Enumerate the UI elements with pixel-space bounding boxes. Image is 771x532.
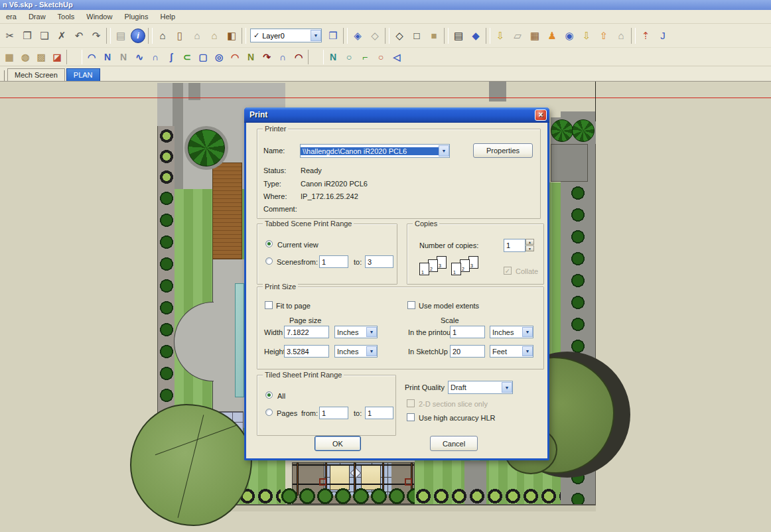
sketchup-input[interactable] xyxy=(450,345,485,358)
get-current-view-icon[interactable]: ⇩ xyxy=(492,27,509,44)
view-top-icon[interactable]: ▯ xyxy=(171,27,188,44)
spin-down-icon[interactable]: ▼ xyxy=(526,245,534,251)
copies-input[interactable] xyxy=(504,239,526,252)
close-icon[interactable]: × xyxy=(535,109,547,121)
bezier-cloud-icon[interactable]: ∿ xyxy=(131,50,147,64)
scene-tab[interactable]: Mech Screen xyxy=(7,68,65,81)
menu-item[interactable]: Tools xyxy=(52,11,81,23)
layer-dropdown[interactable]: ✓ Layer0 ▼ xyxy=(250,29,322,42)
printer-name-dropdown[interactable]: \\hallengdc\Canon iR2020 PCL6 ▼ xyxy=(300,144,450,158)
chevron-down-icon[interactable]: ▼ xyxy=(502,382,512,393)
height-unit-dropdown[interactable]: Inches ▼ xyxy=(334,345,378,358)
spin-up-icon[interactable]: ▲ xyxy=(526,239,534,245)
polygon-dotted-icon[interactable]: ○ xyxy=(341,50,357,64)
cut-icon[interactable]: ✂ xyxy=(1,27,19,44)
toggle-terrain-icon[interactable]: ▱ xyxy=(509,27,526,44)
print-quality-dropdown[interactable]: Draft ▼ xyxy=(448,381,513,394)
export-model-icon[interactable]: ⇩ xyxy=(578,27,595,44)
terrain-smoove-icon[interactable]: ▨ xyxy=(33,50,49,64)
wrench-icon[interactable]: ⌐ xyxy=(357,50,373,64)
scenes-from-input[interactable] xyxy=(319,255,348,268)
cancel-button[interactable]: Cancel xyxy=(430,436,478,451)
all-pages-radio[interactable] xyxy=(265,391,273,399)
arc-red-icon[interactable]: ◠ xyxy=(227,50,243,64)
model-info-icon[interactable]: i xyxy=(131,29,145,43)
sep[interactable] xyxy=(308,50,324,64)
fit-to-page-checkbox[interactable] xyxy=(265,301,273,309)
spiral-icon[interactable]: ◎ xyxy=(211,50,227,64)
bezier-s-curve-icon[interactable]: ʃ xyxy=(163,50,179,64)
scenes-to-input[interactable] xyxy=(365,255,393,268)
pages-from-input[interactable] xyxy=(319,407,348,419)
pages-to-input[interactable] xyxy=(365,407,393,419)
printout-unit-dropdown[interactable]: Inches ▼ xyxy=(490,326,533,338)
polyline-olive-icon[interactable]: N xyxy=(243,50,259,64)
layers-cube-icon[interactable]: ▤ xyxy=(450,27,467,44)
bezier-polyline-icon[interactable]: N xyxy=(100,50,115,64)
chevron-down-icon[interactable]: ▼ xyxy=(439,145,449,157)
view-right-icon[interactable]: ⌂ xyxy=(206,27,223,44)
half-arc-icon[interactable]: ◁ xyxy=(389,50,405,64)
chevron-down-icon[interactable]: ▼ xyxy=(522,346,533,356)
sep[interactable] xyxy=(242,28,246,44)
view-back-icon[interactable]: ◧ xyxy=(223,27,240,44)
share-model-icon[interactable]: ⌂ xyxy=(612,27,630,44)
terrain-stamp-icon[interactable]: ◪ xyxy=(49,50,65,64)
bezier-wave-icon[interactable]: ∩ xyxy=(147,50,163,64)
sandbox-tools-icon[interactable]: J xyxy=(654,27,671,44)
face-textured-cube-icon[interactable]: ■ xyxy=(425,27,443,44)
dialog-titlebar[interactable]: Print × xyxy=(244,107,549,123)
erase-icon[interactable]: ✗ xyxy=(53,27,70,44)
high-accuracy-hlr-checkbox[interactable] xyxy=(407,413,415,421)
window-titlebar[interactable]: n V6.skp - SketchUp xyxy=(0,0,771,10)
copy-icon[interactable]: ❐ xyxy=(19,27,36,44)
menu-item[interactable]: Draw xyxy=(23,11,52,23)
sep[interactable] xyxy=(148,28,153,44)
arch-curve-icon[interactable]: ∩ xyxy=(275,50,291,64)
sep[interactable] xyxy=(385,28,389,44)
bezier-arc-icon[interactable]: ◠ xyxy=(84,50,100,64)
view-front-icon[interactable]: ⌂ xyxy=(188,27,206,44)
section-slice-checkbox[interactable] xyxy=(407,399,415,407)
chevron-down-icon[interactable]: ▼ xyxy=(311,30,321,41)
undo-icon[interactable]: ↶ xyxy=(70,27,88,44)
sep[interactable] xyxy=(444,28,449,44)
menu-item[interactable]: Plugins xyxy=(118,11,154,23)
menu-item[interactable]: Help xyxy=(154,11,181,23)
face-wireframe-cube-icon[interactable]: ◇ xyxy=(366,27,384,44)
collate-checkbox[interactable]: ✓ xyxy=(504,267,512,275)
face-shaded-cube-icon[interactable]: □ xyxy=(408,27,425,44)
ok-button[interactable]: OK xyxy=(315,436,361,451)
import-model-icon[interactable]: ⇧ xyxy=(595,27,612,44)
rounded-rect-icon[interactable]: ▢ xyxy=(195,50,211,64)
printout-input[interactable] xyxy=(450,326,485,338)
sep[interactable] xyxy=(486,28,490,44)
face-hiddenline-cube-icon[interactable]: ◇ xyxy=(391,27,408,44)
layer-manager-icon[interactable]: ❒ xyxy=(324,27,342,44)
menu-item[interactable]: era xyxy=(0,11,23,23)
paste-icon[interactable]: ❏ xyxy=(36,27,53,44)
width-input[interactable] xyxy=(284,326,329,338)
sep[interactable] xyxy=(106,28,111,44)
terrain-contours-icon[interactable]: ▦ xyxy=(1,50,17,64)
google-earth-icon[interactable]: ◉ xyxy=(561,27,578,44)
view-iso-icon[interactable]: ⌂ xyxy=(154,27,171,44)
sep[interactable] xyxy=(66,50,82,64)
terrain-scratch-icon[interactable]: ◍ xyxy=(17,50,33,64)
redo-icon[interactable]: ↷ xyxy=(88,27,105,44)
polyline-teal-icon[interactable]: N xyxy=(325,50,341,64)
chevron-down-icon[interactable]: ▼ xyxy=(366,346,377,356)
width-unit-dropdown[interactable]: Inches ▼ xyxy=(334,326,378,338)
sandbox-from-contours-icon[interactable]: ⇡ xyxy=(637,27,654,44)
sep[interactable] xyxy=(631,28,636,44)
scene-tab[interactable]: PLAN xyxy=(66,68,100,81)
print-icon[interactable]: ▤ xyxy=(112,27,129,44)
add-placemark-icon[interactable]: ♟ xyxy=(543,27,561,44)
ellipse-icon[interactable]: ○ xyxy=(373,50,389,64)
current-view-radio[interactable] xyxy=(265,240,273,247)
scenes-radio[interactable] xyxy=(265,257,273,265)
photo-texture-icon[interactable]: ▦ xyxy=(526,27,543,44)
chevron-down-icon[interactable]: ▼ xyxy=(522,327,533,337)
properties-button[interactable]: Properties xyxy=(473,143,533,158)
thick-arc-icon[interactable]: ◠ xyxy=(291,50,307,64)
